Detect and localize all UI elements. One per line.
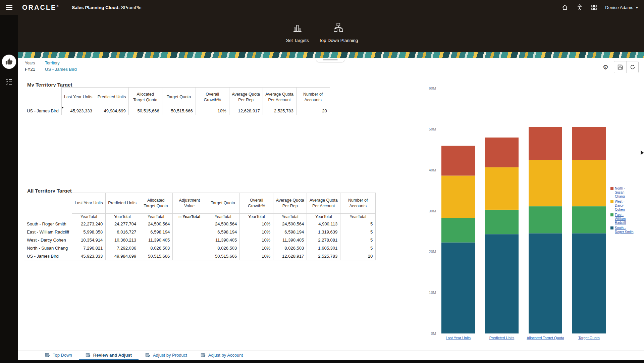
grid-cell[interactable] <box>173 228 206 236</box>
column-header[interactable]: Allocated Target Quota <box>139 193 173 214</box>
bar-segment[interactable] <box>529 160 562 206</box>
grid-cell[interactable]: 2,278,081 <box>307 236 340 244</box>
column-header[interactable]: Predicted Units <box>95 88 128 107</box>
column-header[interactable]: Average Quota Per Rep <box>229 88 263 107</box>
legend-item[interactable]: East - William Radcliff <box>610 213 634 225</box>
grid-cell[interactable]: 10% <box>240 252 273 260</box>
hamburger-menu-icon[interactable] <box>0 5 18 10</box>
column-header[interactable]: Average Quota Per Rep <box>273 193 307 214</box>
grid-cell[interactable]: 10% <box>240 244 273 252</box>
column-header[interactable]: Overall Growth% <box>240 193 273 214</box>
user-menu[interactable]: Denise Adams ▼ <box>605 5 639 10</box>
grid-cell[interactable]: 24,500,564 <box>206 220 240 228</box>
grid-cell[interactable]: 10% <box>196 107 229 115</box>
grid-cell[interactable]: 24,500,564 <box>139 220 173 228</box>
pov-territory-value[interactable]: US - James Bird <box>45 67 77 72</box>
bar-segment[interactable] <box>529 206 562 233</box>
grid-cell[interactable]: 50,515,666 <box>206 252 240 260</box>
grid-cell[interactable]: 10,354,914 <box>72 236 106 244</box>
bar-segment[interactable] <box>572 160 606 206</box>
grid-cell[interactable]: 45,923,333 <box>72 252 106 260</box>
subheader-yeartotal[interactable]: YearTotal <box>340 214 376 220</box>
grid-cell[interactable]: 5 <box>340 244 376 252</box>
grid-cell[interactable]: 24,500,564 <box>273 220 307 228</box>
bar-segment[interactable] <box>572 206 606 233</box>
category-label[interactable]: Last Year Units <box>446 336 471 340</box>
grid-cell[interactable]: 4,900,113 <box>307 220 340 228</box>
grid-cell[interactable]: 6,598,194 <box>206 228 240 236</box>
grid-cell[interactable]: 12,628,917 <box>229 107 263 115</box>
subheader-yeartotal[interactable]: YearTotal <box>139 214 173 220</box>
pov-years-value[interactable]: FY21 <box>25 67 35 72</box>
panel-collapse-arrow[interactable] <box>641 150 644 155</box>
task-list-button[interactable] <box>5 78 13 87</box>
subheader-yeartotal[interactable]: YearTotal <box>307 214 340 220</box>
grid-cell[interactable]: 45,923,333 <box>61 107 95 115</box>
tab-top-down[interactable]: Top Down <box>38 351 79 360</box>
column-header[interactable]: Target Quota <box>162 88 196 107</box>
column-header[interactable]: Average Quota Per Account <box>263 88 296 107</box>
row-header[interactable]: West - Darcy Cohen <box>24 236 72 244</box>
grid-cell[interactable]: 49,984,699 <box>95 107 128 115</box>
legend-item[interactable]: South - Roger Smith <box>610 226 634 234</box>
grid-cell[interactable]: 7,296,821 <box>72 244 106 252</box>
pov-years[interactable]: Years FY21 <box>25 58 40 76</box>
gear-icon[interactable]: ⚙ <box>603 64 608 70</box>
bar-segment[interactable] <box>529 234 562 333</box>
legend-item[interactable]: West - Darcy Cohen <box>610 200 634 211</box>
grid-cell[interactable]: 11,390,405 <box>273 236 307 244</box>
category-label[interactable]: Predicted Units <box>489 336 515 340</box>
tab-review-and-adjust[interactable]: Review and Adjust <box>79 351 139 360</box>
bar-segment[interactable] <box>572 234 606 333</box>
grid-cell[interactable]: 1,605,301 <box>307 244 340 252</box>
column-header[interactable]: Overall Growth% <box>196 88 229 107</box>
grid-cell[interactable]: 8,026,503 <box>206 244 240 252</box>
tab-adjust-by-product[interactable]: Adjust by Product <box>139 351 194 360</box>
nav-set-targets[interactable]: Set Targets <box>286 22 309 43</box>
bar-segment[interactable] <box>485 234 519 333</box>
row-header[interactable]: South - Roger Smith <box>24 220 72 228</box>
navigator-grid-icon[interactable] <box>591 4 597 10</box>
refresh-button[interactable] <box>626 61 638 73</box>
bar-segment[interactable] <box>529 127 562 160</box>
grid-cell[interactable] <box>173 244 206 252</box>
bar-segment[interactable] <box>485 210 519 234</box>
grid-cell[interactable]: 20 <box>340 252 376 260</box>
bar-segment[interactable] <box>441 146 475 176</box>
row-header[interactable]: North - Susan Chang <box>24 244 72 252</box>
save-button[interactable] <box>614 61 626 73</box>
grid-cell[interactable]: 22,273,240 <box>72 220 106 228</box>
grid-cell[interactable]: 5 <box>340 220 376 228</box>
quick-action-button[interactable] <box>2 55 16 69</box>
grid-cell[interactable] <box>173 220 206 228</box>
bar-segment[interactable] <box>485 167 519 210</box>
column-header[interactable]: Target Quota <box>206 193 240 214</box>
grid-cell[interactable]: 6,016,727 <box>106 228 139 236</box>
expand-icon[interactable]: ⊞ <box>178 215 181 219</box>
grid-cell[interactable]: 50,515,666 <box>128 107 162 115</box>
category-label[interactable]: Allocated Target Quota <box>527 336 565 340</box>
row-header[interactable]: East - William Radcliff <box>24 228 72 236</box>
grid-cell[interactable]: 1,319,639 <box>307 228 340 236</box>
column-header[interactable]: Adjustment Value <box>173 193 206 214</box>
bar-segment[interactable] <box>485 138 519 167</box>
pov-territory[interactable]: Territory US - James Bird <box>45 58 82 76</box>
subheader-yeartotal[interactable]: YearTotal <box>206 214 240 220</box>
nav-top-down-planning[interactable]: Top Down Planning <box>319 22 358 43</box>
grid-cell[interactable] <box>173 236 206 244</box>
grid-cell[interactable]: 8,026,503 <box>273 244 307 252</box>
grid-cell[interactable]: 50,515,666 <box>139 252 173 260</box>
subheader-yeartotal[interactable]: YearTotal <box>240 214 273 220</box>
grid-cell[interactable]: 7,292,036 <box>106 244 139 252</box>
grid-cell[interactable]: 12,628,917 <box>273 252 307 260</box>
grid-cell[interactable]: 5 <box>340 236 376 244</box>
grid-cell[interactable]: 5 <box>340 228 376 236</box>
bar-segment[interactable] <box>441 218 475 243</box>
column-header[interactable]: Last Year Units <box>61 88 95 107</box>
subheader-yeartotal[interactable]: YearTotal <box>106 214 139 220</box>
grid-cell[interactable]: 8,026,503 <box>139 244 173 252</box>
grid-cell[interactable]: 49,984,699 <box>106 252 139 260</box>
grid-cell[interactable]: 5,998,358 <box>72 228 106 236</box>
grid-cell[interactable]: 2,525,783 <box>263 107 296 115</box>
grid-cell[interactable]: 6,598,194 <box>273 228 307 236</box>
